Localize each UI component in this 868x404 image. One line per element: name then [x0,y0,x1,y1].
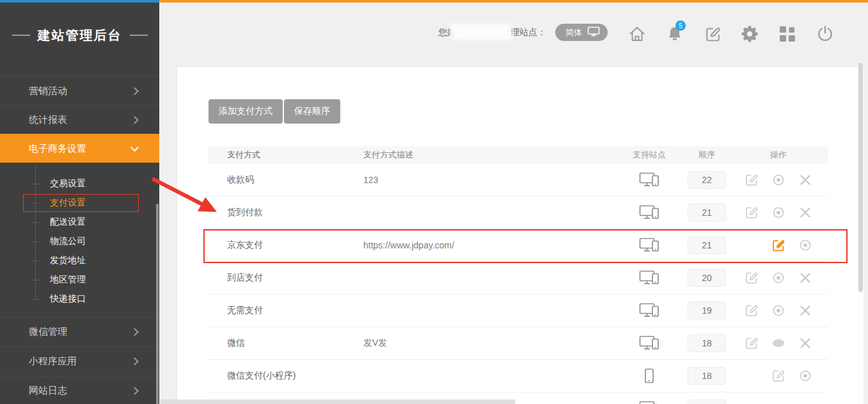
sidebar-scrollbar-thumb[interactable] [156,204,159,404]
payment-method-name: 收款码 [209,174,363,186]
payment-method-name: 微信支付(小程序) [209,370,363,382]
edit-icon-active[interactable] [771,238,785,252]
actions-cell [736,369,828,383]
sidebar-item-3[interactable]: 微信管理 [0,317,159,346]
order-input[interactable]: 20 [688,269,726,287]
notification-badge: 5 [675,20,686,31]
payment-method-description: https://www.jdpay.com/ [363,240,611,250]
title-dash-left [12,35,30,36]
tree-tick [31,299,40,300]
actions-cell [736,271,828,285]
order-cell [688,400,726,404]
chevron-right-icon [130,116,139,124]
edit-icon[interactable] [745,206,759,220]
sidebar-item-label: 网站日志 [29,385,67,397]
sidebar-subitem-0[interactable]: 交易设置 [0,174,159,193]
desktop-and-mobile-icon [611,400,688,404]
order-cell: 21 [688,204,726,222]
tree-tick [31,241,40,242]
chevron-right-icon [130,387,139,395]
payment-method-name: 无需支付 [209,305,363,316]
order-input[interactable]: 21 [688,204,726,222]
order-cell: 21 [688,236,726,254]
order-input[interactable]: 21 [688,236,726,254]
sidebar-subitem-label: 快递接口 [50,293,86,305]
table-header-row: 支付方式支付方式描述支持站点顺序操作 [209,146,828,164]
order-cell: 18 [688,367,726,385]
sidebar-subitem-label: 地区管理 [50,274,86,286]
chevron-down-icon [130,143,139,152]
actions-cell [736,336,828,350]
payment-method-name: 到店支付 [209,272,363,284]
order-input[interactable]: 19 [688,302,726,319]
order-input[interactable] [688,400,726,404]
sidebar-item-2[interactable]: 电子商务设置 [0,134,159,163]
sidebar-subitem-3[interactable]: 物流公司 [0,232,159,251]
sidebar-item-label: 电子商务设置 [29,143,86,155]
tree-tick [31,280,40,280]
order-cell: 22 [688,171,726,189]
delete-icon[interactable] [798,271,812,285]
page-horizontal-scrollbar-thumb[interactable] [160,400,516,404]
tree-tick [31,261,40,261]
visibility-icon[interactable] [771,173,785,187]
visibility-icon[interactable] [771,206,785,220]
delete-icon[interactable] [798,206,812,220]
desktop-and-mobile-icon [611,237,688,254]
sidebar-item-1[interactable]: 统计报表 [0,105,159,134]
sidebar-subitem-label: 支付设置 [50,197,86,209]
order-input[interactable]: 18 [688,367,726,385]
content-card: 添加支付方式 保存顺序 支付方式支付方式描述支持站点顺序操作 收款码12322货… [177,67,858,404]
home-icon[interactable] [627,24,647,44]
delete-icon[interactable] [798,336,812,350]
edit-icon[interactable] [745,336,759,350]
compose-icon[interactable] [702,24,723,44]
payment-method-name: 微信 [209,337,363,349]
desktop-and-mobile-icon [611,302,688,319]
sidebar-item-4[interactable]: 小程序应用 [0,346,159,375]
edit-icon[interactable] [771,369,785,383]
visibility-icon[interactable] [798,238,812,252]
sidebar-subitem-5[interactable]: 地区管理 [0,270,159,289]
actions-cell [736,303,828,318]
language-site-pill[interactable]: 简体 [555,24,608,41]
actions-cell [736,238,828,252]
monitor-icon [587,26,600,38]
sidebar-subitem-2[interactable]: 配送设置 [0,213,159,232]
add-payment-method-button[interactable]: 添加支付方式 [209,99,283,124]
visibility-icon[interactable] [771,303,785,318]
sidebar-item-0[interactable]: 营销活动 [0,76,159,105]
apps-grid-icon[interactable] [777,24,798,44]
save-order-button[interactable]: 保存顺序 [284,99,340,124]
payment-method-row-2: 京东支付https://www.jdpay.com/21 [209,229,828,262]
visibility-icon[interactable] [798,369,812,383]
edit-icon[interactable] [745,173,759,187]
edit-icon[interactable] [745,271,759,285]
payment-method-row-5: 微信发V发18 [209,327,828,360]
delete-icon[interactable] [798,303,812,318]
gear-icon[interactable] [739,24,760,44]
order-input[interactable]: 22 [688,171,726,189]
power-icon[interactable] [815,24,835,44]
app-title-text: 建站管理后台 [38,27,122,44]
visibility-icon[interactable] [771,271,785,285]
order-input[interactable]: 18 [688,334,726,352]
sidebar-subitem-6[interactable]: 快递接口 [0,289,159,309]
order-cell: 18 [688,334,726,352]
payment-method-row-1: 货到付款21 [209,197,828,229]
delete-icon[interactable] [798,173,812,187]
sidebar-submenu: 交易设置支付设置配送设置物流公司发货地址地区管理快递接口 [0,160,159,311]
sidebar-subitem-1[interactable]: 支付设置 [0,193,159,213]
payment-methods-table: 支付方式支付方式描述支持站点顺序操作 收款码12322货到付款21京东支付htt… [209,146,828,404]
table-header-cell-4: 操作 [736,149,828,161]
desktop-and-mobile-icon [611,335,688,351]
visibility-off-icon[interactable] [771,336,785,350]
page-vertical-scrollbar-thumb[interactable] [858,63,863,292]
sidebar-subitem-4[interactable]: 发货地址 [0,251,159,270]
payment-method-row-0: 收款码12322 [209,164,828,197]
desktop-and-mobile-icon [611,204,688,221]
sidebar-item-5[interactable]: 网站日志 [0,376,159,404]
edit-icon[interactable] [745,303,759,318]
order-cell: 20 [688,269,726,287]
bell-icon[interactable]: 5 [665,24,685,44]
